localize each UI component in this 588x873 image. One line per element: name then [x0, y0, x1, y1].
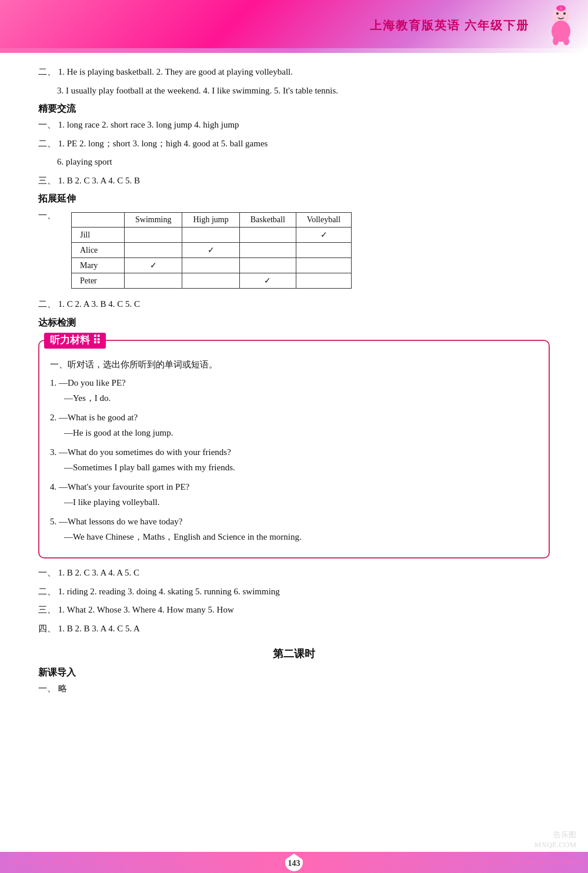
row-peter-basketball: ✓	[239, 273, 296, 289]
row-alice-volleyball	[296, 243, 351, 258]
th-basketball: Basketball	[239, 213, 296, 228]
row-mary-basketball	[239, 258, 296, 273]
table-row: Mary ✓	[72, 258, 352, 273]
tuo2-label: 二、	[38, 299, 56, 309]
section2-label: 二、	[38, 67, 56, 76]
ans4-line: 四、 1. B 2. B 3. A 4. C 5. A	[38, 621, 550, 637]
table-row: Alice ✓	[72, 243, 352, 258]
row-jill-volleyball: ✓	[296, 228, 351, 243]
listen-tag: 听力材料 ⠿	[44, 333, 106, 349]
listen-q-1: —Do you like PE?	[59, 378, 126, 387]
tuo2-line: 二、 1. C 2. A 3. B 4. C 5. C	[38, 297, 550, 312]
ans3-line: 三、 1. What 2. Whose 3. Where 4. How many…	[38, 603, 550, 618]
listen-q-3: —What do you sometimes do with your frie…	[59, 447, 231, 457]
ans3-label: 三、	[38, 605, 56, 614]
row-mary-swimming: ✓	[125, 258, 182, 273]
section2-line1: 二、 1. He is playing basketball. 2. They …	[38, 65, 550, 80]
svg-point-5	[563, 12, 566, 15]
jing1-line: 一、 1. long race 2. short race 3. long ju…	[38, 118, 550, 133]
header-title: 上海教育版英语 六年级下册	[370, 18, 529, 34]
tuo-heading: 拓展延伸	[38, 193, 550, 205]
row-mary-highjump	[182, 258, 239, 273]
row-alice-swimming	[125, 243, 182, 258]
cartoon-character	[545, 5, 577, 46]
listen-a-5: —We have Chinese，Maths，English and Scien…	[64, 532, 302, 541]
row-peter-swimming	[125, 273, 182, 289]
jing2-label: 二、	[38, 139, 56, 148]
row-mary-volleyball	[296, 258, 351, 273]
listen-item-2: 2. —What is he good at? —He is good at t…	[50, 410, 538, 440]
row-alice-highjump: ✓	[182, 243, 239, 258]
listen-num-3: 3.	[50, 447, 56, 457]
watermark-url: MXQE.COM	[534, 840, 576, 849]
svg-point-3	[563, 37, 569, 45]
row-peter-name: Peter	[72, 273, 125, 289]
svg-point-7	[560, 7, 563, 10]
top-decoration: 上海教育版英语 六年级下册	[0, 0, 588, 53]
row-mary-name: Mary	[72, 258, 125, 273]
jing-heading: 精要交流	[38, 103, 550, 115]
listen-q-5: —What lessons do we have today?	[59, 517, 182, 526]
row-jill-basketball	[239, 228, 296, 243]
ans2-label: 二、	[38, 587, 56, 596]
row-jill-highjump	[182, 228, 239, 243]
listen-tag-icon: ⠿	[92, 333, 100, 347]
listen-a-2: —He is good at the long jump.	[64, 428, 173, 437]
watermark: 告乐图 MXQE.COM	[534, 829, 576, 849]
jing2-line2: 6. playing sport	[57, 155, 550, 170]
table-header-row: Swimming High jump Basketball Volleyball	[72, 213, 352, 228]
ans1-line: 一、 1. B 2. C 3. A 4. A 5. C	[38, 566, 550, 581]
jing3-label: 三、	[38, 176, 56, 185]
main-content: 二、 1. He is playing basketball. 2. They …	[0, 59, 588, 747]
th-volleyball: Volleyball	[296, 213, 351, 228]
section2-line2: 3. I usually play football at the weeken…	[57, 83, 550, 99]
da-heading: 达标检测	[38, 317, 550, 329]
listen-item-3: 3. —What do you sometimes do with your f…	[50, 445, 538, 475]
svg-point-2	[553, 37, 559, 45]
listen-num-1: 1.	[50, 378, 56, 387]
svg-point-4	[556, 12, 559, 15]
listen-item-4: 4. —What's your favourite sport in PE? —…	[50, 480, 538, 510]
listen-a-3: —Sometimes I play ball games with my fri…	[64, 463, 235, 472]
th-empty	[72, 213, 125, 228]
table-row: Jill ✓	[72, 228, 352, 243]
tuo1-label: 一、	[38, 210, 56, 221]
second-lesson-title: 第二课时	[38, 647, 550, 661]
page-dots-left	[5, 862, 280, 863]
watermark-text: 告乐图	[534, 829, 576, 840]
listen-item-5: 5. —What lessons do we have today? —We h…	[50, 514, 538, 544]
table-row: Peter ✓	[72, 273, 352, 289]
listen-num-2: 2.	[50, 413, 56, 422]
jing2-line1: 二、 1. PE 2. long；short 3. long；high 4. g…	[38, 136, 550, 152]
row-peter-highjump	[182, 273, 239, 289]
row-jill-name: Jill	[72, 228, 125, 243]
sport-table: Swimming High jump Basketball Volleyball…	[71, 212, 352, 289]
row-alice-basketball	[239, 243, 296, 258]
page-dots-right	[308, 862, 583, 863]
jing3-line: 三、 1. B 2. C 3. A 4. C 5. B	[38, 173, 550, 189]
listen-a-1: —Yes，I do.	[64, 393, 111, 403]
row-peter-volleyball	[296, 273, 351, 289]
listen-num-4: 4.	[50, 482, 56, 491]
th-swimming: Swimming	[125, 213, 182, 228]
new-course-1-label: 一、	[38, 684, 56, 693]
new-course-1-line: 一、 略	[38, 681, 550, 697]
listen-q-4: —What's your favourite sport in PE?	[59, 482, 189, 491]
table-section: 一、 Swimming High jump Basketball Volleyb…	[38, 208, 550, 293]
listen-q-2: —What is he good at?	[59, 413, 138, 422]
th-highjump: High jump	[182, 213, 239, 228]
listen-item-1: 1. —Do you like PE? —Yes，I do.	[50, 376, 538, 406]
jing1-label: 一、	[38, 120, 56, 129]
row-alice-name: Alice	[72, 243, 125, 258]
page-number: 143	[285, 854, 303, 871]
listen-intro: 一、听对话，选出你所听到的单词或短语。	[50, 357, 538, 373]
listen-a-4: —I like playing volleyball.	[64, 497, 159, 507]
listen-material-box: 听力材料 ⠿ 一、听对话，选出你所听到的单词或短语。 1. —Do you li…	[38, 340, 550, 559]
row-jill-swimming	[125, 228, 182, 243]
new-course-heading: 新课导入	[38, 667, 550, 679]
ans1-label: 一、	[38, 568, 56, 577]
ans2-line: 二、 1. riding 2. reading 3. doing 4. skat…	[38, 584, 550, 600]
ans4-label: 四、	[38, 624, 56, 633]
listen-inner: 一、听对话，选出你所听到的单词或短语。 1. —Do you like PE? …	[50, 357, 538, 545]
listen-num-5: 5.	[50, 517, 56, 526]
